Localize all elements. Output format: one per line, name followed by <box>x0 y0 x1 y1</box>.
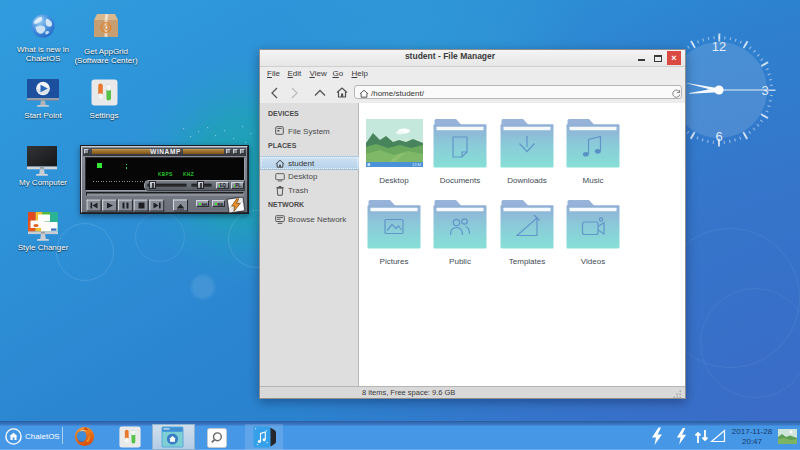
svg-text:6: 6 <box>715 129 722 144</box>
svg-text:12: 12 <box>712 39 726 54</box>
svg-text:12:34: 12:34 <box>412 163 421 167</box>
